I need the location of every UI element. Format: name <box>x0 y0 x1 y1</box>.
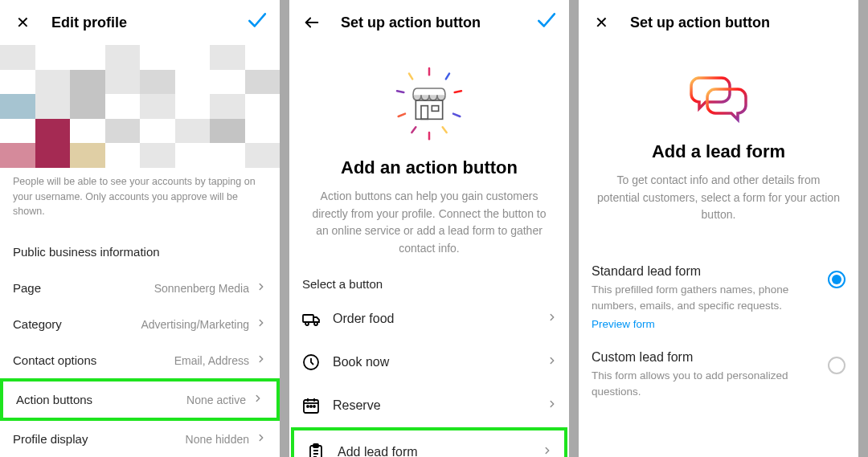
mosaic-cell <box>175 45 211 70</box>
mosaic-cell <box>245 119 280 144</box>
settings-row-page[interactable]: PageSonnenberg Media <box>0 270 280 306</box>
row-value: Sonnenberg Media <box>154 282 249 295</box>
page-title: Set up action button <box>341 14 535 31</box>
edit-profile-screen: Edit profile People will be able to see … <box>0 0 280 457</box>
option-title: Standard lead form <box>592 264 820 279</box>
row-value: Email, Address <box>174 354 249 367</box>
confirm-check-icon[interactable] <box>246 10 267 35</box>
chevron-right-icon <box>256 317 267 331</box>
mosaic-cell <box>0 45 35 70</box>
mosaic-cell <box>105 45 141 70</box>
calendar-icon <box>301 395 321 416</box>
mosaic-cell <box>105 119 141 144</box>
clock-icon <box>301 352 321 373</box>
page-title: Edit profile <box>51 14 246 31</box>
mosaic-cell <box>0 143 35 168</box>
option-label: Reserve <box>333 398 547 413</box>
svg-line-2 <box>446 74 449 80</box>
action-button-option-reserve[interactable]: Reserve <box>289 384 569 427</box>
option-label: Add lead form <box>338 445 542 457</box>
mosaic-cell <box>35 94 71 119</box>
row-label: Contact options <box>13 353 174 367</box>
mosaic-cell <box>0 119 35 144</box>
hero-section: Add a lead form To get contact info and … <box>579 45 858 231</box>
mosaic-cell <box>70 119 105 144</box>
mosaic-cell <box>175 119 211 144</box>
header: Set up action button <box>289 0 569 45</box>
svg-line-4 <box>455 91 461 92</box>
mosaic-cell <box>245 45 280 70</box>
action-button-setup-screen: Set up action button <box>289 0 569 457</box>
storefront-icon <box>389 64 469 145</box>
mosaic-cell <box>35 119 71 144</box>
section-header: Public business information <box>0 234 280 270</box>
mosaic-cell <box>140 94 175 119</box>
svg-line-8 <box>443 127 447 133</box>
mosaic-cell <box>0 70 35 95</box>
mosaic-cell <box>70 94 105 119</box>
settings-row-contact-options[interactable]: Contact optionsEmail, Address <box>0 342 280 378</box>
mosaic-cell <box>210 70 245 95</box>
svg-point-19 <box>310 406 312 407</box>
svg-point-20 <box>313 406 315 407</box>
mosaic-cell <box>175 143 211 168</box>
mosaic-cell <box>35 70 71 95</box>
svg-point-15 <box>314 322 317 325</box>
chevron-right-icon <box>547 312 558 326</box>
chevron-right-icon <box>256 353 267 367</box>
action-button-option-book-now[interactable]: Book now <box>289 341 569 384</box>
svg-point-14 <box>305 322 309 325</box>
lead-form-option-custom-lead-form[interactable]: Custom lead formThis form allows you to … <box>579 341 858 409</box>
mosaic-cell <box>210 94 245 119</box>
chevron-right-icon <box>256 432 267 446</box>
chevron-right-icon <box>547 398 558 413</box>
mosaic-cell <box>105 143 141 168</box>
mosaic-cell <box>245 143 280 168</box>
close-icon[interactable] <box>13 13 32 32</box>
settings-row-category[interactable]: CategoryAdvertising/Marketing <box>0 306 280 342</box>
mosaic-cell <box>105 94 141 119</box>
svg-point-18 <box>307 406 309 407</box>
preview-form-link[interactable]: Preview form <box>592 318 655 330</box>
select-button-header: Select a button <box>289 264 569 297</box>
mosaic-cell <box>70 45 105 70</box>
truck-icon <box>301 308 321 329</box>
close-icon[interactable] <box>592 13 611 32</box>
mosaic-cell <box>140 143 175 168</box>
header: Edit profile <box>0 0 280 45</box>
option-title: Custom lead form <box>592 350 820 365</box>
settings-row-action-buttons[interactable]: Action buttonsNone active <box>0 378 280 421</box>
hero-title: Add a lead form <box>652 141 785 162</box>
mosaic-cell <box>35 143 71 168</box>
action-button-option-add-lead-form[interactable]: Add lead form <box>291 427 567 457</box>
mosaic-cell <box>245 94 280 119</box>
row-value: Advertising/Marketing <box>141 318 249 331</box>
svg-line-3 <box>397 91 403 92</box>
confirm-check-icon[interactable] <box>535 10 556 35</box>
hero-title: Add an action button <box>341 157 518 178</box>
option-label: Book now <box>333 355 547 369</box>
option-description: This form allows you to add personalized… <box>592 368 820 399</box>
row-value: None hidden <box>186 433 249 446</box>
mosaic-cell <box>210 119 245 144</box>
option-description: This prefilled form gathers names, phone… <box>592 282 820 313</box>
row-label: Page <box>13 281 154 295</box>
chevron-right-icon <box>256 281 267 295</box>
mosaic-cell <box>140 70 175 95</box>
row-value: None active <box>186 394 246 406</box>
back-icon[interactable] <box>302 13 321 32</box>
mosaic-cell <box>140 119 175 144</box>
mosaic-cell <box>175 70 211 95</box>
row-label: Action buttons <box>16 393 186 406</box>
lead-form-setup-screen: Set up action button Add a lead form To … <box>579 0 858 457</box>
radio-button[interactable] <box>828 271 845 288</box>
action-button-option-order-food[interactable]: Order food <box>289 297 569 341</box>
page-title: Set up action button <box>630 14 845 31</box>
hero-section: Add an action button Action buttons can … <box>289 45 569 264</box>
mosaic-cell <box>175 94 211 119</box>
settings-row-profile-display[interactable]: Profile displayNone hidden <box>0 421 280 457</box>
lead-form-option-standard-lead-form[interactable]: Standard lead formThis prefilled form ga… <box>579 255 858 341</box>
radio-button[interactable] <box>828 357 845 374</box>
chevron-right-icon <box>252 393 264 406</box>
clipboard-icon <box>305 442 326 457</box>
